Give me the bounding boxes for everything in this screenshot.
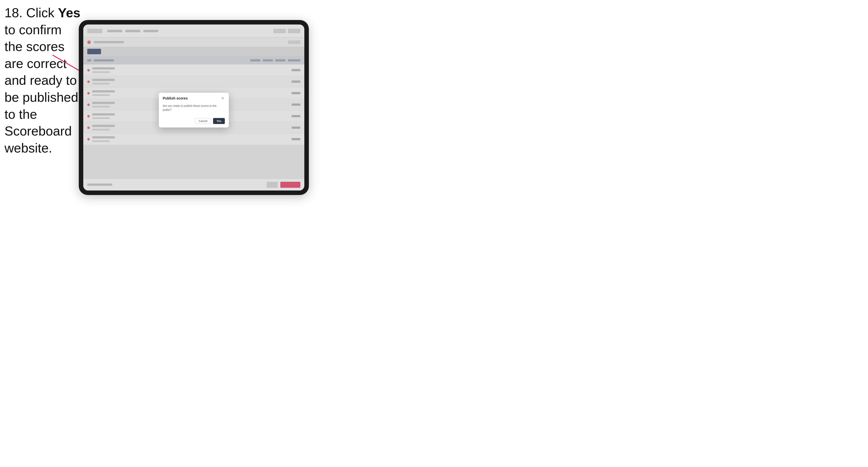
modal-question-text: Are you ready to publish these scores to… bbox=[163, 104, 225, 112]
instruction-text: 18. Click Yes to confirm the scores are … bbox=[4, 4, 82, 156]
publish-scores-dialog: Publish scores ✕ Are you ready to publis… bbox=[159, 93, 229, 127]
modal-header: Publish scores ✕ bbox=[159, 93, 229, 103]
tablet-screen: Publish scores ✕ Are you ready to publis… bbox=[83, 25, 304, 190]
modal-yes-button[interactable]: Yes bbox=[213, 118, 225, 124]
instruction-bold: Yes bbox=[58, 5, 81, 20]
modal-cancel-button[interactable]: Cancel bbox=[195, 118, 211, 124]
tablet-device: Publish scores ✕ Are you ready to publis… bbox=[79, 20, 309, 195]
modal-footer: Cancel Yes bbox=[159, 116, 229, 127]
instruction-part2: to confirm the scores are correct and re… bbox=[4, 23, 78, 155]
instruction-part1: Click bbox=[23, 5, 58, 20]
modal-body: Are you ready to publish these scores to… bbox=[159, 103, 229, 116]
modal-title: Publish scores bbox=[163, 96, 188, 100]
step-number: 18. bbox=[4, 5, 23, 20]
modal-close-button[interactable]: ✕ bbox=[221, 96, 225, 100]
modal-overlay: Publish scores ✕ Are you ready to publis… bbox=[83, 25, 304, 190]
